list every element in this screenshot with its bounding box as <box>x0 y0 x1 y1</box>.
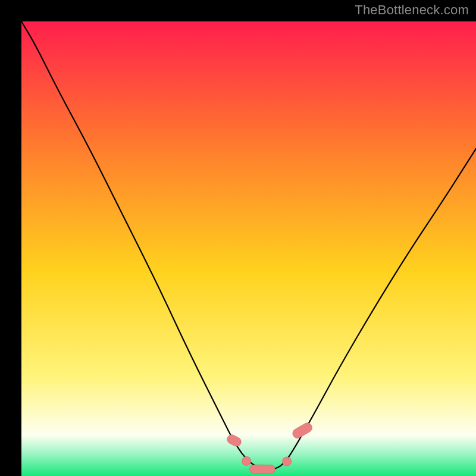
plot-area <box>21 21 476 476</box>
marker-capsule <box>249 465 275 474</box>
watermark-text: TheBottleneck.com <box>355 2 469 18</box>
chart-svg <box>21 21 476 476</box>
chart-frame <box>0 0 476 476</box>
marker-dot <box>242 456 251 465</box>
marker-dot <box>283 457 292 466</box>
gradient-background <box>21 21 476 476</box>
